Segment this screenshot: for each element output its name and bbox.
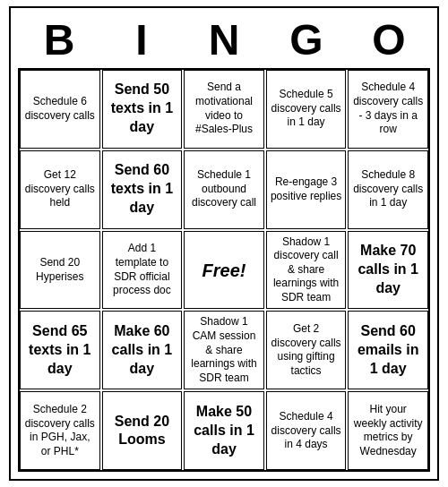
cell-r4c5[interactable]: Send 60 emails in 1 day: [348, 311, 428, 389]
cell-r2c3[interactable]: Schedule 1 outbound discovery call: [184, 150, 264, 229]
bingo-letter-i: I: [102, 15, 181, 64]
cell-r5c4[interactable]: Schedule 4 discovery calls in 4 days: [266, 391, 347, 470]
bingo-letter-n: N: [185, 15, 263, 64]
cell-text-r4c5: Send 60 emails in 1 day: [352, 322, 424, 378]
cell-text-r2c5: Schedule 8 discovery calls in 1 day: [352, 168, 424, 210]
cell-r5c1[interactable]: Schedule 2 discovery calls in PGH, Jax, …: [20, 391, 100, 470]
cell-text-r1c5: Schedule 4 discovery calls - 3 days in a…: [352, 81, 424, 136]
cell-text-r5c3: Make 50 calls in 1 day: [188, 403, 260, 458]
cell-text-r2c1: Get 12 discovery calls held: [24, 168, 96, 210]
cell-r4c2[interactable]: Make 60 calls in 1 day: [102, 311, 183, 389]
cell-r2c2[interactable]: Send 60 texts in 1 day: [102, 150, 183, 229]
cell-text-r4c4: Get 2 discovery calls using gifting tact…: [271, 322, 342, 378]
cell-r1c4[interactable]: Schedule 5 discovery calls in 1 day: [266, 70, 347, 149]
cell-text-r1c4: Schedule 5 discovery calls in 1 day: [271, 88, 342, 130]
cell-r2c1[interactable]: Get 12 discovery calls held: [20, 150, 100, 229]
cell-text-r2c3: Schedule 1 outbound discovery call: [188, 168, 260, 210]
cell-r1c3[interactable]: Send a motivational video to #Sales-Plus: [184, 70, 264, 149]
cell-text-r5c2: Send 20 Looms: [107, 413, 178, 450]
cell-r2c5[interactable]: Schedule 8 discovery calls in 1 day: [348, 150, 428, 229]
cell-r5c5[interactable]: Hit your weekly activity metrics by Wedn…: [348, 391, 428, 470]
cell-r1c2[interactable]: Send 50 texts in 1 day: [102, 70, 183, 149]
cell-text-r2c4: Re-engage 3 positive replies: [271, 175, 342, 203]
cell-text-r3c1: Send 20 Hyperises: [24, 256, 96, 284]
cell-r4c4[interactable]: Get 2 discovery calls using gifting tact…: [266, 311, 347, 389]
cell-r1c5[interactable]: Schedule 4 discovery calls - 3 days in a…: [348, 70, 428, 149]
cell-text-r3c5: Make 70 calls in 1 day: [352, 242, 424, 297]
cell-text-r5c4: Schedule 4 discovery calls in 4 days: [271, 410, 342, 452]
cell-r3c3[interactable]: Free!: [184, 231, 264, 310]
cell-text-r1c3: Send a motivational video to #Sales-Plus: [188, 81, 260, 136]
bingo-grid: Schedule 6 discovery callsSend 50 texts …: [18, 68, 430, 473]
cell-text-r1c2: Send 50 texts in 1 day: [107, 81, 178, 136]
cell-r3c2[interactable]: Add 1 template to SDR official process d…: [102, 231, 183, 310]
cell-r3c1[interactable]: Send 20 Hyperises: [20, 231, 100, 310]
cell-text-r4c2: Make 60 calls in 1 day: [107, 322, 178, 378]
bingo-letter-b: B: [20, 15, 99, 64]
cell-r4c3[interactable]: Shadow 1 CAM session & share learnings w…: [184, 311, 264, 389]
cell-text-r5c5: Hit your weekly activity metrics by Wedn…: [352, 403, 424, 458]
bingo-letter-o: O: [349, 15, 428, 64]
cell-r2c4[interactable]: Re-engage 3 positive replies: [266, 150, 347, 229]
cell-text-r3c4: Shadow 1 discovery call & share learning…: [271, 235, 342, 305]
cell-r1c1[interactable]: Schedule 6 discovery calls: [20, 70, 100, 149]
cell-text-r2c2: Send 60 texts in 1 day: [107, 161, 178, 217]
bingo-letter-g: G: [267, 15, 346, 64]
cell-text-r3c3: Free!: [202, 259, 246, 282]
cell-r5c2[interactable]: Send 20 Looms: [102, 391, 183, 470]
cell-text-r1c1: Schedule 6 discovery calls: [24, 95, 96, 123]
cell-text-r4c3: Shadow 1 CAM session & share learnings w…: [188, 315, 260, 385]
bingo-card: BINGO Schedule 6 discovery callsSend 50 …: [9, 6, 439, 482]
cell-r3c5[interactable]: Make 70 calls in 1 day: [348, 231, 428, 310]
cell-r3c4[interactable]: Shadow 1 discovery call & share learning…: [266, 231, 347, 310]
bingo-header: BINGO: [18, 15, 430, 64]
cell-r5c3[interactable]: Make 50 calls in 1 day: [184, 391, 264, 470]
cell-text-r4c1: Send 65 texts in 1 day: [24, 322, 96, 378]
cell-text-r5c1: Schedule 2 discovery calls in PGH, Jax, …: [24, 403, 96, 458]
cell-text-r3c2: Add 1 template to SDR official process d…: [107, 242, 178, 297]
cell-r4c1[interactable]: Send 65 texts in 1 day: [20, 311, 100, 389]
